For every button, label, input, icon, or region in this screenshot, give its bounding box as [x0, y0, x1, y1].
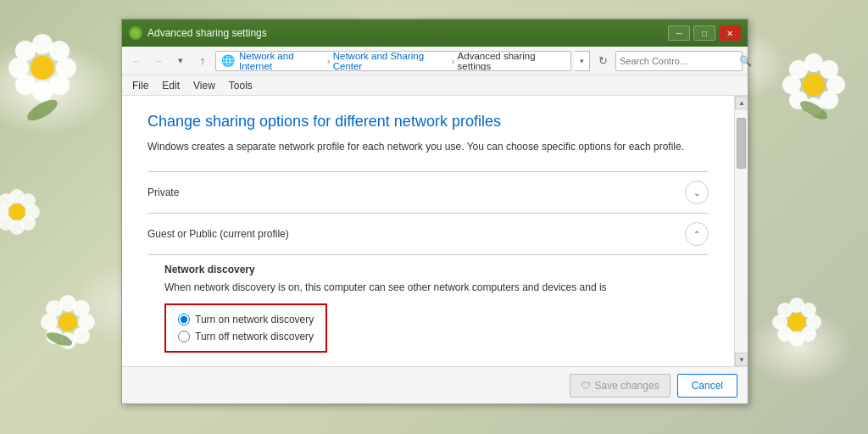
svg-point-37 — [801, 303, 816, 318]
svg-point-12 — [73, 327, 90, 344]
private-section-row: Private ⌄ — [147, 171, 709, 213]
svg-point-9 — [59, 295, 76, 312]
menu-tools[interactable]: Tools — [222, 78, 259, 93]
recent-button[interactable]: ▾ — [171, 52, 190, 70]
svg-point-38 — [806, 314, 821, 330]
shield-icon: 🛡 — [581, 380, 591, 392]
public-section-row: Guest or Public (current profile) ⌃ — [147, 213, 709, 254]
svg-point-15 — [41, 314, 58, 331]
radio-turn-on-input[interactable] — [178, 314, 190, 326]
close-button[interactable]: ✕ — [719, 25, 741, 41]
svg-point-8 — [31, 56, 54, 80]
network-discovery-desc: When network discovery is on, this compu… — [164, 281, 709, 295]
network-discovery-section: Network discovery When network discovery… — [147, 254, 709, 366]
svg-point-42 — [772, 314, 787, 330]
scrollbar-down-button[interactable]: ▼ — [735, 353, 748, 366]
breadcrumb-network-icon: 🌐 — [221, 54, 235, 67]
svg-point-2 — [56, 58, 76, 78]
private-expand-button[interactable]: ⌄ — [685, 181, 709, 204]
svg-point-29 — [826, 75, 845, 94]
content-area: Change sharing options for different net… — [122, 96, 734, 366]
network-discovery-options: Turn on network discovery Turn off netwo… — [164, 303, 327, 353]
svg-point-31 — [804, 97, 823, 116]
svg-point-47 — [798, 97, 830, 123]
svg-point-43 — [777, 303, 793, 318]
search-bar: 🔍 — [615, 51, 743, 71]
page-title: Change sharing options for different net… — [147, 113, 709, 131]
titlebar-controls: ─ □ ✕ — [668, 25, 741, 41]
save-label: Save changes — [595, 380, 659, 392]
svg-point-28 — [820, 60, 838, 79]
svg-point-46 — [45, 330, 74, 348]
svg-point-0 — [32, 34, 53, 54]
radio-turn-off-input[interactable] — [178, 331, 190, 342]
content-wrapper: Change sharing options for different net… — [122, 96, 748, 366]
titlebar: Advanced sharing settings ─ □ ✕ — [122, 19, 748, 47]
minimize-button[interactable]: ─ — [668, 25, 690, 41]
navbar: ← → ▾ ↑ 🌐 Network and Internet › Network… — [122, 47, 748, 75]
svg-point-26 — [8, 203, 25, 220]
maximize-button[interactable]: □ — [693, 25, 715, 41]
svg-point-40 — [789, 331, 804, 347]
scrollbar-thumb[interactable] — [737, 118, 746, 169]
svg-point-10 — [73, 300, 90, 317]
svg-point-18 — [9, 189, 25, 204]
svg-point-6 — [8, 58, 29, 78]
svg-point-23 — [0, 215, 14, 231]
titlebar-icon — [129, 26, 142, 40]
network-discovery-title: Network discovery — [164, 264, 709, 275]
search-input[interactable] — [620, 56, 737, 66]
public-section-label: Guest or Public (current profile) — [147, 228, 685, 240]
page-description: Windows creates a separate network profi… — [147, 139, 709, 154]
back-button[interactable]: ← — [127, 52, 146, 70]
svg-point-7 — [15, 41, 36, 61]
svg-point-25 — [0, 193, 14, 209]
menu-view[interactable]: View — [186, 78, 222, 93]
svg-point-39 — [801, 326, 816, 342]
svg-point-32 — [789, 91, 808, 109]
window: Advanced sharing settings ─ □ ✕ ← → ▾ ↑ … — [121, 19, 748, 404]
forward-button[interactable]: → — [149, 52, 168, 70]
public-expand-button[interactable]: ⌃ — [685, 222, 709, 246]
radio-turn-off-label: Turn off network discovery — [195, 331, 314, 342]
refresh-button[interactable]: ↻ — [593, 52, 612, 70]
svg-point-11 — [78, 314, 95, 331]
svg-point-33 — [782, 75, 801, 94]
svg-point-35 — [803, 74, 825, 96]
svg-point-27 — [804, 53, 823, 72]
radio-turn-on-label: Turn on network discovery — [195, 314, 314, 326]
svg-point-36 — [789, 298, 804, 313]
svg-point-17 — [58, 313, 77, 331]
svg-point-41 — [777, 326, 793, 342]
svg-point-1 — [49, 41, 70, 61]
menu-file[interactable]: File — [125, 78, 155, 93]
titlebar-title: Advanced sharing settings — [147, 27, 668, 39]
cancel-button[interactable]: Cancel — [677, 374, 737, 398]
up-button[interactable]: ↑ — [193, 52, 212, 70]
svg-point-24 — [0, 204, 9, 220]
search-icon[interactable]: 🔍 — [739, 55, 752, 67]
svg-point-19 — [20, 193, 36, 209]
svg-point-3 — [49, 75, 70, 95]
private-section-label: Private — [147, 186, 685, 198]
svg-point-16 — [46, 300, 63, 317]
scrollbar-up-button[interactable]: ▲ — [735, 96, 748, 109]
breadcrumb-bar: 🌐 Network and Internet › Network and Sha… — [215, 51, 571, 71]
svg-point-21 — [20, 215, 36, 231]
breadcrumb-sep-2: › — [452, 56, 455, 66]
breadcrumb-sharing-center[interactable]: Network and Sharing Center — [333, 51, 449, 71]
save-button[interactable]: 🛡 Save changes — [570, 374, 670, 398]
svg-point-20 — [25, 204, 40, 220]
radio-turn-off[interactable]: Turn off network discovery — [178, 331, 314, 342]
svg-point-34 — [789, 60, 808, 79]
file-sharing-label: File and printer sharing — [164, 359, 709, 366]
svg-point-4 — [32, 81, 53, 102]
bottom-bar: 🛡 Save changes Cancel — [122, 366, 748, 403]
radio-turn-on[interactable]: Turn on network discovery — [178, 314, 314, 326]
scrollbar-track[interactable] — [735, 109, 748, 353]
breadcrumb-dropdown-button[interactable]: ▾ — [575, 51, 590, 71]
menu-edit[interactable]: Edit — [155, 78, 186, 93]
svg-point-45 — [25, 96, 61, 125]
breadcrumb-network-internet[interactable]: Network and Internet — [239, 51, 325, 71]
svg-point-30 — [820, 91, 838, 109]
